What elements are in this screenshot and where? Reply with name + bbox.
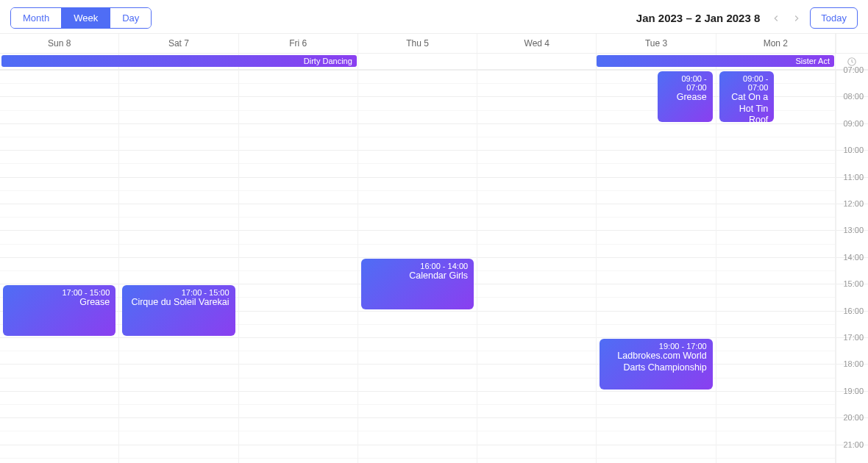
day-column[interactable] (239, 70, 358, 463)
event-time: 09:00 - 07:00 (725, 74, 769, 92)
hour-label: 08:00 (843, 92, 864, 101)
hour-label: 09:00 (843, 119, 864, 128)
event-time: 19:00 - 17:00 (605, 342, 706, 351)
hour-label: 14:00 (843, 253, 864, 262)
view-switch: Month Week Day (10, 7, 152, 29)
event-time: 09:00 - 07:00 (664, 74, 707, 92)
day-header: Fri 6 (239, 34, 358, 53)
allday-event[interactable]: Dirty Dancing (1, 55, 357, 67)
allday-row: Dirty DancingSister Act (0, 54, 868, 70)
day-columns: 17:00 - 15:00Grease17:00 - 15:00Cirque d… (0, 70, 836, 463)
day-column[interactable]: 17:00 - 15:00Grease (0, 70, 119, 463)
calendar-event[interactable]: 19:00 - 17:00Ladbrokes.com World Darts C… (600, 339, 712, 390)
calendar-event[interactable]: 17:00 - 15:00Grease (3, 285, 115, 336)
today-button[interactable]: Today (810, 7, 858, 29)
day-header: Sun 8 (0, 34, 119, 53)
event-time: 17:00 - 15:00 (128, 288, 229, 297)
day-header: Wed 4 (477, 34, 597, 53)
hour-label: 18:00 (843, 359, 864, 368)
hour-label: 17:00 (843, 333, 864, 342)
view-week-button[interactable]: Week (61, 8, 110, 28)
calendar-event[interactable]: 09:00 - 07:00Grease (658, 71, 713, 122)
hour-label: 07:00 (843, 65, 864, 74)
event-time: 17:00 - 15:00 (9, 288, 110, 297)
calendar-event[interactable]: 16:00 - 14:00Calendar Girls (361, 259, 474, 309)
hour-label: 16:00 (843, 306, 864, 315)
day-header: Thu 5 (358, 34, 477, 53)
view-day-button[interactable]: Day (110, 8, 151, 28)
day-column[interactable]: 17:00 - 15:00Cirque du Soleil Varekai (119, 70, 238, 463)
view-month-button[interactable]: Month (11, 8, 61, 28)
hour-label: 20:00 (843, 413, 864, 422)
day-header: Mon 2 (716, 34, 836, 53)
hour-label: 12:00 (843, 199, 864, 208)
next-week-button[interactable] (789, 11, 804, 26)
day-column[interactable]: 19:00 - 17:00Ladbrokes.com World Darts C… (597, 70, 716, 463)
event-title: Cat On a Hot Tin Roof (725, 92, 769, 122)
hour-label: 19:00 (843, 387, 864, 395)
day-column[interactable] (477, 70, 597, 463)
day-column[interactable]: 09:00 - 07:00Cat On a Hot Tin Roof (716, 70, 836, 463)
toolbar-right: Jan 2023 – 2 Jan 2023 8 Today (636, 7, 858, 29)
event-title: Cirque du Soleil Varekai (128, 297, 229, 309)
calendar-event[interactable]: 09:00 - 07:00Cat On a Hot Tin Roof (719, 71, 775, 122)
allday-cell (477, 54, 597, 69)
event-title: Grease (664, 92, 707, 104)
hour-label: 10:00 (843, 146, 864, 154)
day-header-row: Sun 8Sat 7Fri 6Thu 5Wed 4Tue 3Mon 2 (0, 33, 868, 54)
calendar-event[interactable]: 17:00 - 15:00Cirque du Soleil Varekai (122, 285, 235, 336)
event-title: Grease (9, 297, 110, 309)
event-title: Calendar Girls (367, 270, 468, 282)
date-range-label: Jan 2023 – 2 Jan 2023 8 (636, 12, 760, 24)
allday-cell (358, 54, 477, 69)
day-header: Sat 7 (119, 34, 238, 53)
day-column[interactable]: 16:00 - 14:00Calendar Girls (358, 70, 477, 463)
time-gutter-header (836, 34, 868, 53)
hour-label: 21:00 (843, 440, 864, 449)
grid-body: 17:00 - 15:00Grease17:00 - 15:00Cirque d… (0, 70, 868, 463)
day-header: Tue 3 (597, 34, 716, 53)
allday-event[interactable]: Sister Act (597, 55, 834, 67)
prev-week-button[interactable] (769, 11, 783, 26)
hour-label: 13:00 (843, 226, 864, 234)
toolbar: Month Week Day Jan 2023 – 2 Jan 2023 8 T… (0, 0, 868, 33)
event-time: 16:00 - 14:00 (367, 262, 468, 270)
hour-label: 15:00 (843, 279, 864, 288)
time-gutter: 07:0008:0009:0010:0011:0012:0013:0014:00… (836, 70, 868, 463)
hour-label: 11:00 (843, 173, 864, 182)
event-title: Ladbrokes.com World Darts Championship (605, 351, 706, 373)
calendar: Sun 8Sat 7Fri 6Thu 5Wed 4Tue 3Mon 2 Dirt… (0, 33, 868, 463)
